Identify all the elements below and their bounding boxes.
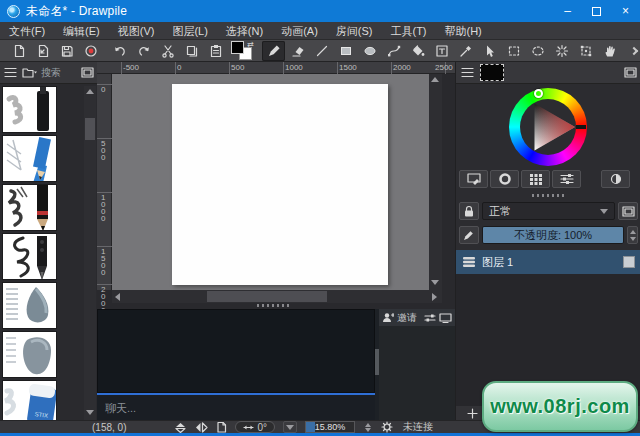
- brush-preset-charcoal-pencil[interactable]: [2, 184, 57, 231]
- copy-button[interactable]: [180, 41, 203, 61]
- chat-log[interactable]: [97, 309, 375, 393]
- scroll-right-icon[interactable]: [432, 293, 437, 301]
- toolbar-overflow-button[interactable]: [622, 41, 640, 61]
- ellipse-tool-button[interactable]: [358, 41, 381, 61]
- current-brush-swatch[interactable]: [480, 64, 504, 81]
- hue-cursor[interactable]: [534, 89, 543, 98]
- cut-button[interactable]: [156, 41, 179, 61]
- scroll-down-icon[interactable]: [431, 280, 439, 285]
- freehand-brush-button[interactable]: [262, 41, 285, 61]
- brush-preset-marker[interactable]: [2, 86, 57, 133]
- brush-list-scrollbar[interactable]: [84, 86, 96, 420]
- canvas-viewport[interactable]: [112, 74, 429, 290]
- zoom-control[interactable]: 15.80%: [305, 421, 355, 433]
- brush-preset-ink-pen[interactable]: [2, 233, 57, 280]
- magic-wand-button[interactable]: [550, 41, 573, 61]
- dock-detach-button[interactable]: [621, 64, 639, 82]
- eraser-button[interactable]: [286, 41, 309, 61]
- brush-scrollbar-thumb[interactable]: [85, 118, 95, 140]
- transform-tool-button[interactable]: [574, 41, 597, 61]
- scroll-left-icon[interactable]: [115, 293, 120, 301]
- scroll-up-icon[interactable]: [86, 89, 94, 94]
- layer-visibility-checkbox[interactable]: [623, 256, 635, 268]
- foreground-background-swatch[interactable]: ⇄: [230, 41, 254, 61]
- palette-detach-button[interactable]: [78, 64, 96, 82]
- brush-preset-eraser[interactable]: STIX: [2, 380, 57, 420]
- brush-preset-sketch-pencil[interactable]: [2, 135, 57, 182]
- brush-preset-smudge[interactable]: [2, 331, 57, 378]
- lasso-select-button[interactable]: [526, 41, 549, 61]
- palette-menu-button[interactable]: [1, 64, 19, 82]
- undo-button[interactable]: [108, 41, 131, 61]
- redo-button[interactable]: [132, 41, 155, 61]
- menu-select[interactable]: 选择(N): [217, 22, 272, 40]
- menu-tools[interactable]: 工具(T): [381, 22, 435, 40]
- close-button[interactable]: ×: [611, 0, 640, 22]
- fill-tool-button[interactable]: [406, 41, 429, 61]
- session-settings-icon[interactable]: [424, 313, 436, 323]
- lock-layer-button[interactable]: [459, 202, 479, 220]
- maximize-button[interactable]: [582, 0, 611, 22]
- brush-preset-soft-round[interactable]: [2, 282, 57, 329]
- reset-rotation-icon[interactable]: [216, 421, 227, 433]
- line-tool-button[interactable]: [310, 41, 333, 61]
- save-button[interactable]: [55, 41, 78, 61]
- menu-session[interactable]: 房间(S): [327, 22, 382, 40]
- opacity-spinner[interactable]: [627, 226, 638, 244]
- tab-shades[interactable]: [601, 170, 630, 188]
- settings-gear-icon[interactable]: [381, 421, 393, 433]
- spin-up-icon[interactable]: [365, 423, 371, 427]
- brush-search-input[interactable]: [41, 65, 71, 80]
- flip-horizontal-icon[interactable]: [195, 422, 208, 433]
- tab-sliders[interactable]: [552, 170, 581, 188]
- rotation-control[interactable]: 0°: [235, 421, 275, 433]
- layer-row[interactable]: 图层 1: [456, 250, 640, 274]
- spin-down-icon[interactable]: [365, 428, 371, 432]
- tab-color-wheel[interactable]: [490, 170, 519, 188]
- open-file-button[interactable]: [31, 41, 54, 61]
- add-layer-button[interactable]: [464, 407, 480, 419]
- blend-mode-select[interactable]: 正常: [482, 202, 615, 220]
- h-scrollbar-thumb[interactable]: [207, 291, 327, 302]
- chat-splitter-handle[interactable]: [257, 304, 289, 307]
- scroll-up-icon[interactable]: [431, 77, 439, 82]
- dock-splitter-handle[interactable]: [532, 194, 564, 197]
- chat-window-icon[interactable]: [439, 313, 452, 323]
- text-tool-button[interactable]: [430, 41, 453, 61]
- canvas-vertical-scrollbar[interactable]: [429, 74, 442, 290]
- opacity-slider[interactable]: 不透明度: 100%: [482, 226, 624, 244]
- spin-down-icon[interactable]: [630, 237, 636, 241]
- rotation-dropdown-button[interactable]: [283, 421, 297, 433]
- bezier-tool-button[interactable]: [382, 41, 405, 61]
- menu-file[interactable]: 文件(F): [0, 22, 54, 40]
- menu-view[interactable]: 视图(V): [109, 22, 164, 40]
- layers-detach-button[interactable]: [618, 202, 638, 220]
- record-button[interactable]: [79, 41, 102, 61]
- tab-palette[interactable]: [521, 170, 550, 188]
- scroll-down-icon[interactable]: [86, 410, 94, 415]
- chat-input[interactable]: [105, 402, 305, 414]
- paste-button[interactable]: [204, 41, 227, 61]
- sketch-mode-button[interactable]: [459, 226, 479, 244]
- menu-layer[interactable]: 图层(L): [163, 22, 216, 40]
- color-wheel[interactable]: [509, 88, 587, 166]
- pan-tool-button[interactable]: [598, 41, 621, 61]
- invite-button[interactable]: 邀请: [397, 311, 417, 325]
- new-file-button[interactable]: [7, 41, 30, 61]
- menu-edit[interactable]: 编辑(E): [54, 22, 109, 40]
- rect-select-button[interactable]: [502, 41, 525, 61]
- minimize-button[interactable]: –: [553, 0, 582, 22]
- menu-animation[interactable]: 动画(A): [272, 22, 327, 40]
- pointer-tool-button[interactable]: [478, 41, 501, 61]
- canvas-page[interactable]: [172, 84, 388, 285]
- tab-screen-picker[interactable]: [459, 170, 488, 188]
- zoom-spinner[interactable]: [363, 421, 373, 433]
- menu-help[interactable]: 帮助(H): [436, 22, 491, 40]
- rectangle-tool-button[interactable]: [334, 41, 357, 61]
- canvas-horizontal-scrollbar[interactable]: [112, 290, 442, 303]
- dock-menu-button[interactable]: [458, 64, 476, 82]
- flip-vertical-icon[interactable]: [174, 422, 187, 433]
- color-picker-button[interactable]: [454, 41, 477, 61]
- brush-folder-button[interactable]: [21, 64, 39, 82]
- spin-up-icon[interactable]: [630, 230, 636, 234]
